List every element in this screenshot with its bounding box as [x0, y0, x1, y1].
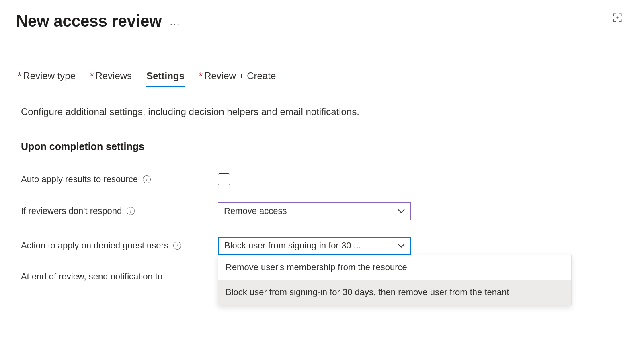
- required-asterisk: *: [18, 70, 21, 81]
- required-asterisk: *: [199, 70, 203, 81]
- tab-review-type[interactable]: *Review type: [18, 70, 76, 87]
- tab-settings[interactable]: Settings: [146, 70, 185, 87]
- page-header: New access review ···: [16, 12, 628, 30]
- dropdown-option[interactable]: Remove user's membership from the resour…: [218, 255, 571, 280]
- required-asterisk: *: [90, 70, 94, 81]
- wizard-tabs: *Review type *Reviews Settings *Review +…: [16, 70, 628, 87]
- select-no-response[interactable]: Remove access: [218, 202, 411, 220]
- label-text: If reviewers don't respond: [21, 206, 122, 216]
- tab-description: Configure additional settings, including…: [16, 106, 628, 117]
- dropdown-option[interactable]: Block user from signing-in for 30 days, …: [218, 280, 571, 305]
- label-text: Action to apply on denied guest users: [21, 240, 168, 251]
- info-icon[interactable]: [143, 175, 151, 183]
- tab-reviews[interactable]: *Reviews: [90, 70, 132, 87]
- info-icon[interactable]: [127, 207, 135, 215]
- focus-mode-icon[interactable]: [612, 12, 623, 23]
- tab-review-create[interactable]: *Review + Create: [199, 70, 276, 87]
- label-denied-guest: Action to apply on denied guest users: [21, 240, 218, 251]
- select-denied-guest[interactable]: Block user from signing-in for 30 ...: [218, 237, 411, 255]
- row-auto-apply: Auto apply results to resource: [16, 173, 628, 185]
- select-wrap-denied-guest: Block user from signing-in for 30 ... Re…: [218, 237, 411, 255]
- label-notification: At end of review, send notification to: [21, 271, 218, 282]
- select-value: Block user from signing-in for 30 ...: [224, 240, 361, 251]
- checkbox-auto-apply[interactable]: [218, 173, 230, 185]
- tab-label: Review type: [23, 70, 76, 81]
- label-text: At end of review, send notification to: [21, 271, 162, 282]
- label-no-response: If reviewers don't respond: [21, 206, 218, 216]
- section-heading-completion: Upon completion settings: [16, 141, 628, 152]
- select-value: Remove access: [224, 206, 287, 216]
- info-icon[interactable]: [173, 242, 181, 250]
- tab-label: Reviews: [95, 70, 132, 81]
- label-text: Auto apply results to resource: [21, 174, 138, 185]
- page-title: New access review: [16, 12, 162, 30]
- more-actions-button[interactable]: ···: [170, 13, 180, 29]
- svg-point-0: [616, 16, 618, 18]
- row-no-response: If reviewers don't respond Remove access: [16, 202, 628, 220]
- label-auto-apply: Auto apply results to resource: [21, 174, 218, 185]
- select-wrap-no-response: Remove access: [218, 202, 411, 220]
- dropdown-denied-guest: Remove user's membership from the resour…: [218, 255, 572, 305]
- row-denied-guest: Action to apply on denied guest users Bl…: [16, 237, 628, 255]
- tab-label: Settings: [146, 70, 185, 81]
- tab-label: Review + Create: [204, 70, 276, 81]
